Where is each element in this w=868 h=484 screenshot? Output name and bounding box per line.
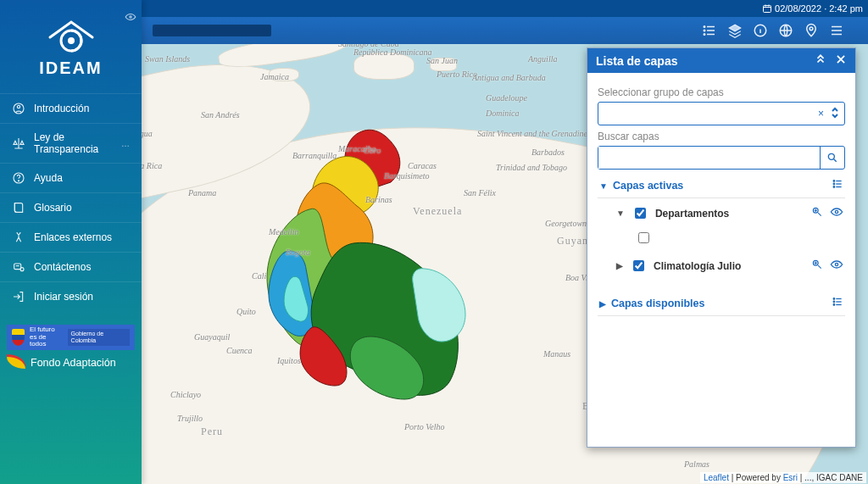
clear-icon[interactable]: ×: [818, 108, 824, 120]
chevron-right-icon: ▶: [599, 299, 606, 309]
sidebar-item-glosario[interactable]: Glosario: [0, 192, 142, 222]
sidebar-item-label: Iniciar sesión: [34, 291, 93, 303]
close-icon[interactable]: [835, 53, 847, 68]
collapse-icon[interactable]: [815, 53, 826, 68]
map-label: Panama: [188, 188, 216, 197]
colombia-overlay: [235, 125, 489, 404]
search-button[interactable]: [820, 147, 844, 169]
map-label: Cali: [252, 271, 266, 281]
svg-point-16: [828, 153, 834, 159]
svg-point-25: [833, 301, 835, 303]
svg-point-7: [130, 16, 131, 18]
more-icon: …: [121, 139, 130, 148]
map-label: República Dominicana: [353, 47, 431, 57]
map-label: Barbados: [531, 147, 565, 157]
section-available-layers[interactable]: ▶Capas disponibles: [598, 287, 845, 316]
map-label: Trujillo: [177, 414, 203, 423]
sidebar-item-intro[interactable]: Introducción: [0, 93, 142, 123]
sidebar-item-label: Ayuda: [34, 172, 63, 184]
list-icon[interactable]: [702, 23, 717, 38]
panel-header[interactable]: Lista de capas: [587, 48, 855, 73]
brand-name: IDEAM: [0, 58, 142, 78]
visibility-icon[interactable]: [830, 259, 843, 273]
map-label: Barranquilla: [292, 151, 337, 160]
svg-point-11: [17, 105, 19, 108]
layers-icon[interactable]: [727, 23, 743, 38]
layer-checkbox[interactable]: [633, 260, 644, 271]
svg-rect-0: [763, 6, 771, 13]
layers-panel: Lista de capas Seleccionar grupo de capa…: [587, 47, 856, 448]
group-combobox[interactable]: ×: [598, 102, 845, 125]
esri-link[interactable]: Esri: [783, 473, 798, 482]
chevron-down-icon: ▼: [616, 209, 625, 218]
map-label: Barquisimeto: [384, 171, 430, 181]
svg-point-9: [68, 37, 75, 44]
map-label: Nicaragua: [142, 129, 153, 138]
loading-bar: [153, 25, 271, 36]
layer-row-departamentos[interactable]: ▼ Departamentos: [598, 198, 845, 226]
map-label: Jamaica: [260, 72, 289, 81]
layer-row-climatologia[interactable]: ▶ Climatología Julio: [598, 251, 845, 279]
section-active-layers[interactable]: ▼Capas activas: [598, 170, 845, 198]
menu-icon[interactable]: [829, 23, 844, 38]
map-label: Chiclayo: [170, 390, 201, 399]
layer-label: Departamentos: [655, 208, 729, 220]
svg-point-3: [704, 34, 705, 36]
layer-checkbox[interactable]: [635, 208, 646, 219]
map-label: Manaus: [543, 349, 570, 359]
list-config-icon[interactable]: [832, 296, 843, 310]
list-config-icon[interactable]: [832, 178, 843, 192]
sidebar-item-ayuda[interactable]: Ayuda: [0, 163, 142, 192]
sidebar-toggle-icon[interactable]: [125, 12, 136, 24]
map-label: Puerto Rico: [437, 70, 477, 79]
swoosh-icon: [7, 357, 25, 369]
sublayer-checkbox[interactable]: [638, 232, 649, 243]
map-label: Saint Vincent and the Grenadines: [477, 129, 591, 138]
leaflet-link[interactable]: Leaflet: [704, 473, 729, 482]
map-label: Peru: [201, 426, 223, 438]
map-label: San Andrés: [201, 110, 240, 120]
map-label: Medellín: [269, 227, 299, 236]
map-label: Guadeloupe: [486, 93, 527, 103]
sidebar-item-links[interactable]: Enlaces externos: [0, 222, 142, 252]
layer-label: Climatología Julio: [654, 260, 741, 272]
slogan-box: Gobierno de Colombia: [68, 329, 130, 345]
svg-point-26: [833, 304, 835, 306]
map-label: Santiago de Cuba: [338, 44, 399, 48]
map-attribution: Leaflet | Powered by Esri | ..., IGAC DA…: [700, 472, 866, 483]
globe-icon[interactable]: [778, 23, 793, 38]
chevron-updown-icon[interactable]: [831, 107, 839, 121]
fondo-adaptacion-logo: Fondo Adaptación: [7, 357, 135, 369]
sidebar-item-label: Glosario: [34, 202, 72, 214]
map-label: San Félix: [464, 188, 496, 197]
svg-point-19: [833, 186, 835, 188]
svg-rect-14: [14, 264, 21, 270]
svg-point-2: [704, 30, 705, 31]
zoom-to-icon[interactable]: [811, 259, 823, 273]
map-label: Bogota: [286, 248, 310, 257]
map-label: Palmas: [684, 459, 709, 469]
select-group-label: Seleccionar grupo de capas: [598, 86, 845, 98]
panel-title: Lista de capas: [596, 54, 678, 68]
visibility-icon[interactable]: [830, 206, 843, 220]
datetime-text: 02/08/2022 · 2:42 pm: [775, 3, 863, 14]
sidebar-item-contacto[interactable]: Contáctenos: [0, 252, 142, 281]
map-label: Guayaquil: [194, 332, 230, 342]
map-label: Coro: [364, 146, 381, 155]
chevron-down-icon: ▼: [599, 181, 608, 191]
info-icon[interactable]: [753, 23, 768, 38]
map-label: Porto Velho: [404, 422, 445, 431]
search-input[interactable]: [598, 147, 820, 169]
sidebar-item-label: Ley de Transparencia: [34, 131, 113, 155]
pin-icon[interactable]: [804, 23, 819, 38]
map-label: Venezuela: [413, 205, 462, 218]
zoom-to-icon[interactable]: [811, 206, 823, 220]
sidebar-item-label: Enlaces externos: [34, 231, 112, 243]
search-label: Buscar capas: [598, 131, 845, 142]
map-label: Dominica: [486, 108, 519, 118]
section-active-label: Capas activas: [613, 180, 683, 192]
sidebar-item-login[interactable]: Iniciar sesión: [0, 281, 142, 311]
svg-point-6: [810, 27, 813, 31]
map-label: Iquitos: [277, 356, 301, 365]
sidebar-item-ley[interactable]: Ley de Transparencia …: [0, 123, 142, 163]
